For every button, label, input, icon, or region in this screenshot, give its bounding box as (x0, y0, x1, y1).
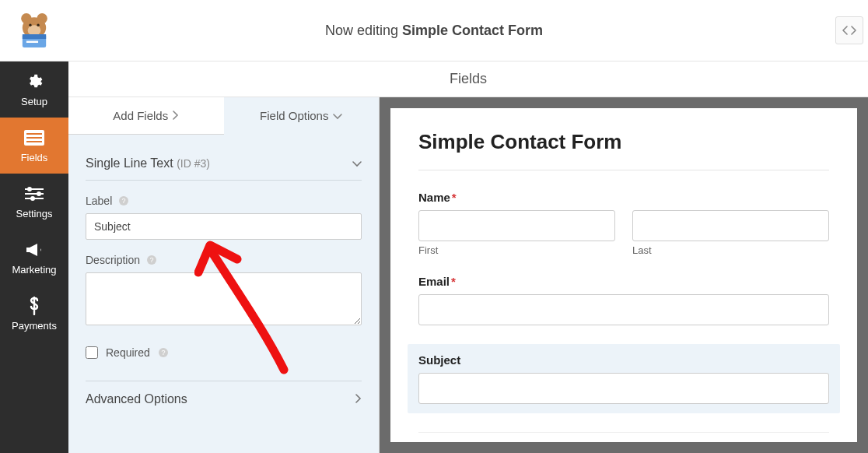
preview-field-name[interactable]: Name* First Last (418, 191, 829, 256)
label-row: Label ? (86, 195, 362, 240)
help-icon[interactable]: ? (146, 255, 157, 265)
svg-rect-12 (26, 141, 42, 142)
name-first-col: First (418, 210, 615, 256)
preview-canvas[interactable]: Simple Contact Form Name* First Last (390, 108, 857, 442)
panel-header: Fields (68, 61, 868, 97)
svg-rect-8 (26, 41, 38, 44)
field-label: Name* (418, 191, 829, 204)
left-nav: Setup Fields Settings Marketing Payments (0, 61, 68, 453)
svg-text:?: ? (122, 197, 126, 205)
email-input[interactable] (418, 294, 829, 325)
tab-field-options[interactable]: Field Options (224, 97, 380, 135)
field-config: Single Line Text (ID #3) Label ? (68, 135, 379, 453)
field-type-title: Single Line Text (ID #3) (86, 156, 210, 170)
field-type-label: Single Line Text (86, 156, 173, 170)
svg-point-4 (29, 24, 31, 26)
name-last-col: Last (632, 210, 829, 256)
sliders-icon (25, 184, 44, 203)
embed-button[interactable] (835, 16, 863, 44)
editing-prefix: Now editing (325, 23, 402, 38)
editing-form-name: Simple Contact Form (402, 23, 543, 38)
preview-panel: Simple Contact Form Name* First Last (380, 97, 868, 453)
required-asterisk: * (452, 191, 457, 204)
nav-label: Fields (21, 152, 48, 163)
label-input[interactable] (86, 213, 362, 240)
dollar-icon (29, 297, 40, 315)
field-label-text: Email (418, 275, 450, 288)
nav-item-marketing[interactable]: Marketing (0, 230, 68, 286)
brand-logo[interactable] (0, 0, 68, 61)
last-name-input[interactable] (632, 210, 829, 241)
description-heading-text: Description (86, 254, 140, 266)
description-textarea[interactable] (86, 272, 362, 325)
svg-point-17 (37, 191, 41, 196)
label-heading-text: Label (86, 195, 112, 207)
field-label: Subject (418, 353, 829, 367)
first-name-input[interactable] (418, 210, 615, 241)
nav-item-payments[interactable]: Payments (0, 286, 68, 342)
side-tabs: Add Fields Field Options (68, 97, 379, 135)
workspace: Fields Add Fields Field Options (68, 61, 868, 453)
svg-rect-10 (26, 133, 42, 135)
topbar-title: Now editing Simple Contact Form (325, 23, 543, 39)
name-row: First Last (418, 210, 829, 256)
bear-logo-icon (13, 9, 55, 51)
separator (418, 432, 829, 433)
field-label-text: Subject (418, 353, 460, 367)
field-editor-panel: Add Fields Field Options Single Line Tex… (68, 97, 380, 453)
field-label-text: Name (418, 191, 450, 204)
svg-text:?: ? (161, 349, 165, 356)
field-label: Email* (418, 275, 829, 288)
bullhorn-icon (25, 241, 44, 259)
field-id-text: (ID #3) (177, 157, 210, 170)
advanced-options-label: Advanced Options (86, 392, 187, 406)
svg-point-3 (28, 25, 41, 36)
topbar: Now editing Simple Contact Form (0, 0, 868, 61)
tab-label: Field Options (260, 109, 328, 122)
svg-point-5 (37, 24, 39, 26)
code-icon (842, 25, 856, 36)
svg-point-16 (27, 187, 32, 191)
nav-label: Marketing (12, 264, 56, 276)
chevron-down-icon (333, 109, 342, 122)
advanced-options-row[interactable]: Advanced Options (86, 381, 362, 417)
nav-label: Setup (21, 96, 47, 107)
subject-input[interactable] (418, 373, 829, 404)
nav-label: Settings (16, 208, 53, 219)
svg-rect-11 (26, 137, 42, 139)
label-heading: Label ? (86, 195, 362, 207)
nav-item-setup[interactable]: Setup (0, 61, 68, 118)
chevron-right-icon (355, 392, 362, 406)
columns: Add Fields Field Options Single Line Tex… (68, 97, 868, 453)
required-label: Required (106, 346, 150, 359)
tab-add-fields[interactable]: Add Fields (68, 97, 224, 135)
help-icon[interactable]: ? (158, 347, 169, 358)
separator (418, 170, 829, 170)
form-icon (24, 128, 44, 147)
field-type-header[interactable]: Single Line Text (ID #3) (86, 150, 362, 181)
required-checkbox[interactable] (86, 346, 98, 359)
chevron-down-icon (352, 157, 362, 170)
panel-title: Fields (450, 71, 487, 87)
help-icon[interactable]: ? (118, 195, 129, 206)
required-row: Required ? (86, 346, 362, 359)
description-heading: Description ? (86, 254, 362, 266)
svg-point-18 (30, 196, 35, 201)
preview-field-subject[interactable]: Subject (408, 344, 840, 413)
chevron-right-icon (173, 109, 179, 122)
preview-field-email[interactable]: Email* (418, 275, 829, 325)
description-row: Description ? (86, 254, 362, 328)
required-asterisk: * (451, 275, 456, 288)
svg-rect-7 (23, 34, 46, 39)
gear-icon (26, 72, 43, 91)
first-sublabel: First (418, 244, 615, 256)
nav-item-fields[interactable]: Fields (0, 118, 68, 174)
last-sublabel: Last (632, 244, 829, 256)
svg-text:?: ? (150, 256, 154, 264)
nav-label: Payments (12, 320, 57, 332)
tab-label: Add Fields (113, 109, 168, 122)
preview-form-title: Simple Contact Form (418, 130, 829, 154)
nav-item-settings[interactable]: Settings (0, 174, 68, 230)
